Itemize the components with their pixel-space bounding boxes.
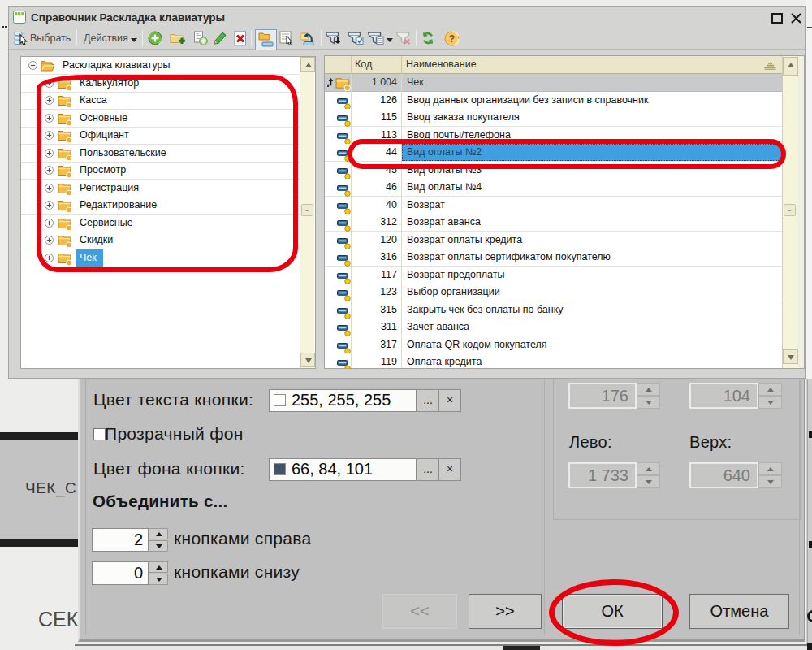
svg-text:?: ?: [449, 33, 455, 45]
